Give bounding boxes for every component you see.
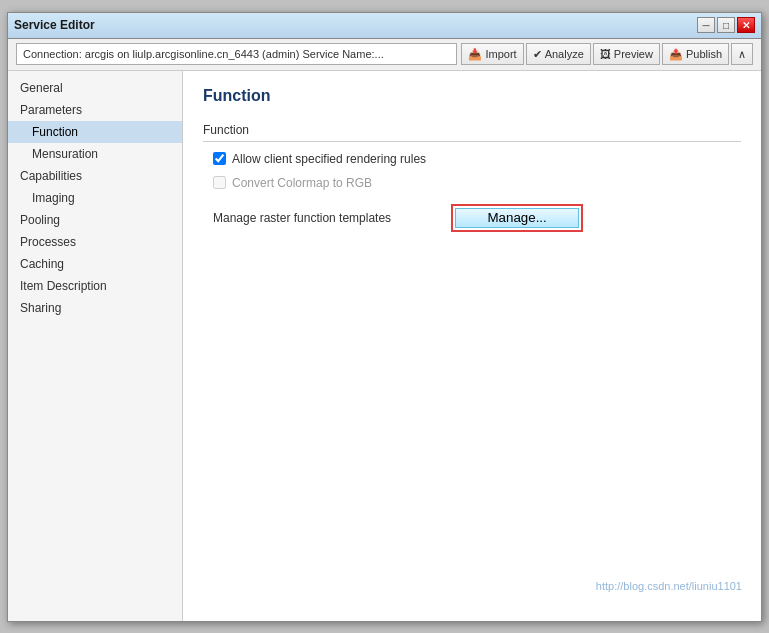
manage-raster-row: Manage raster function templates Manage.… — [203, 204, 741, 232]
section-function-label: Function — [203, 123, 741, 142]
sidebar-item-processes[interactable]: Processes — [8, 231, 182, 253]
sidebar-item-pooling[interactable]: Pooling — [8, 209, 182, 231]
import-button[interactable]: 📥 Import — [461, 43, 523, 65]
convert-colormap-label: Convert Colormap to RGB — [232, 176, 372, 190]
window-controls: ─ □ ✕ — [697, 17, 755, 33]
manage-button[interactable]: Manage... — [455, 208, 579, 228]
content-title: Function — [203, 87, 741, 111]
preview-button[interactable]: 🖼 Preview — [593, 43, 660, 65]
close-button[interactable]: ✕ — [737, 17, 755, 33]
maximize-button[interactable]: □ — [717, 17, 735, 33]
toolbar: Connection: arcgis on liulp.arcgisonline… — [8, 39, 761, 71]
publish-icon: 📤 — [669, 48, 683, 61]
sidebar-item-function[interactable]: Function — [8, 121, 182, 143]
watermark: http://blog.csdn.net/liuniu1101 — [596, 580, 742, 592]
preview-icon: 🖼 — [600, 48, 611, 60]
sidebar-item-general[interactable]: General — [8, 77, 182, 99]
manage-button-highlight: Manage... — [451, 204, 583, 232]
service-editor-window: Service Editor ─ □ ✕ Connection: arcgis … — [7, 12, 762, 622]
collapse-button[interactable]: ∧ — [731, 43, 753, 65]
publish-label: Publish — [686, 48, 722, 60]
window-title: Service Editor — [14, 18, 95, 32]
publish-button[interactable]: 📤 Publish — [662, 43, 729, 65]
manage-raster-label: Manage raster function templates — [213, 211, 391, 225]
checkbox-allow-rendering: Allow client specified rendering rules — [203, 152, 741, 166]
analyze-icon: ✔ — [533, 48, 542, 61]
import-label: Import — [485, 48, 516, 60]
sidebar-item-capabilities[interactable]: Capabilities — [8, 165, 182, 187]
sidebar-item-item-description[interactable]: Item Description — [8, 275, 182, 297]
sidebar-item-sharing[interactable]: Sharing — [8, 297, 182, 319]
analyze-label: Analyze — [545, 48, 584, 60]
allow-rendering-label: Allow client specified rendering rules — [232, 152, 426, 166]
main-content: General Parameters Function Mensuration … — [8, 71, 761, 621]
sidebar-item-parameters[interactable]: Parameters — [8, 99, 182, 121]
toolbar-buttons: 📥 Import ✔ Analyze 🖼 Preview 📤 Publish ∧ — [461, 43, 753, 65]
checkbox-convert-colormap: Convert Colormap to RGB — [203, 176, 741, 190]
convert-colormap-checkbox[interactable] — [213, 176, 226, 189]
analyze-button[interactable]: ✔ Analyze — [526, 43, 591, 65]
sidebar-item-imaging[interactable]: Imaging — [8, 187, 182, 209]
sidebar-item-caching[interactable]: Caching — [8, 253, 182, 275]
sidebar: General Parameters Function Mensuration … — [8, 71, 183, 621]
import-icon: 📥 — [468, 48, 482, 61]
allow-rendering-checkbox[interactable] — [213, 152, 226, 165]
connection-label: Connection: arcgis on liulp.arcgisonline… — [16, 43, 457, 65]
collapse-icon: ∧ — [738, 48, 746, 61]
content-area: Function Function Allow client specified… — [183, 71, 761, 621]
title-bar: Service Editor ─ □ ✕ — [8, 13, 761, 39]
minimize-button[interactable]: ─ — [697, 17, 715, 33]
sidebar-item-mensuration[interactable]: Mensuration — [8, 143, 182, 165]
preview-label: Preview — [614, 48, 653, 60]
